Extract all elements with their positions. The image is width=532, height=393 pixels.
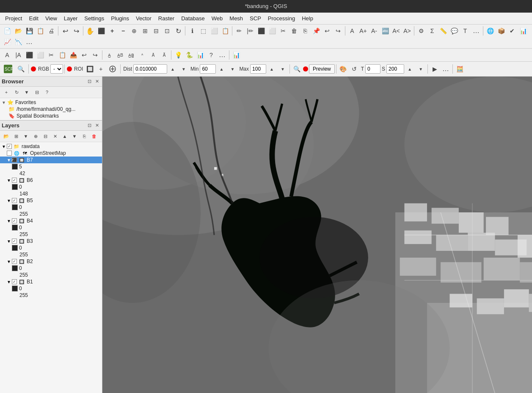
- layer-b1[interactable]: ▼ 🔲 B1: [0, 278, 102, 285]
- zoom-selection-button[interactable]: ⊟: [151, 26, 161, 36]
- zoom-out-button[interactable]: −: [118, 26, 128, 36]
- layers-filter-btn[interactable]: ▼: [22, 132, 30, 140]
- label-btn[interactable]: A: [347, 26, 357, 36]
- menu-database[interactable]: Database: [178, 14, 208, 22]
- preview-button[interactable]: Preview: [309, 64, 335, 74]
- layer-group-rawdata[interactable]: ▼ 📁 rawdata: [0, 143, 102, 150]
- label-tool-2[interactable]: |A: [13, 50, 23, 60]
- pan-map-button[interactable]: ⬛: [96, 26, 106, 36]
- menu-plugins[interactable]: Plugins: [108, 14, 132, 22]
- menu-view[interactable]: View: [42, 14, 61, 22]
- zoom-full-button[interactable]: ⊕: [129, 26, 139, 36]
- scp-btn4[interactable]: 📊: [518, 26, 528, 36]
- menu-vector[interactable]: Vector: [132, 14, 155, 22]
- s-up[interactable]: ▲: [405, 64, 415, 74]
- layers-add-group-btn[interactable]: ⊞: [12, 132, 20, 140]
- layers-duplicate-btn[interactable]: ⎘: [80, 132, 88, 140]
- b6-checkbox[interactable]: [12, 178, 17, 183]
- digitize-btn[interactable]: ⬛: [256, 26, 266, 36]
- digitize-btn2[interactable]: ⬜: [267, 26, 277, 36]
- scp-btn5[interactable]: 📈: [2, 37, 12, 47]
- save-as-button[interactable]: 📋: [35, 26, 45, 36]
- digitize-btn7[interactable]: ↩: [322, 26, 332, 36]
- scp-btn2[interactable]: 📦: [496, 26, 506, 36]
- select-button[interactable]: ⬚: [198, 26, 208, 36]
- undo-button[interactable]: ↩: [60, 26, 70, 36]
- layers-expand-btn[interactable]: ⊕: [31, 132, 40, 140]
- plugin-btn3[interactable]: 📏: [438, 26, 448, 36]
- rgb-dropdown[interactable]: -: [50, 64, 63, 74]
- max-input[interactable]: [250, 64, 266, 74]
- layers-move-down-btn[interactable]: ▼: [70, 132, 79, 140]
- menu-raster[interactable]: Raster: [155, 14, 178, 22]
- label-tool-8[interactable]: ↩: [79, 50, 89, 60]
- browser-item-home[interactable]: 📁 /home/firmanhadi/00_qg...: [0, 106, 102, 113]
- digitize-btn3[interactable]: ✂: [278, 26, 288, 36]
- open-button[interactable]: 📂: [13, 26, 23, 36]
- scp-btn7[interactable]: …: [24, 37, 34, 47]
- label-btn6[interactable]: A>: [402, 26, 412, 36]
- attributes-button[interactable]: 📋: [220, 26, 230, 36]
- digitize-btn4[interactable]: 🗑: [289, 26, 299, 36]
- menu-edit[interactable]: Edit: [25, 14, 41, 22]
- edit-btn[interactable]: ✏: [234, 26, 244, 36]
- menu-mesh[interactable]: Mesh: [226, 14, 246, 22]
- layers-open-layer-btn[interactable]: 📂: [2, 132, 11, 140]
- digitize-btn5[interactable]: ⎘: [300, 26, 310, 36]
- b4-checkbox[interactable]: [12, 218, 17, 223]
- layer-b3[interactable]: ▼ 🔲 B3: [0, 238, 102, 245]
- identify-button[interactable]: ℹ: [187, 26, 197, 36]
- osm-checkbox[interactable]: [7, 151, 12, 156]
- layers-move-up-btn[interactable]: ▲: [61, 132, 69, 140]
- roi-btn2[interactable]: +: [96, 64, 106, 74]
- map-area[interactable]: [102, 77, 532, 393]
- scp-run-btn[interactable]: ▶: [430, 64, 440, 74]
- layer-b6[interactable]: ▼ 🔲 B6: [0, 177, 102, 184]
- label-btn4[interactable]: 🔤: [380, 26, 390, 36]
- layer-openstreetmap[interactable]: 🌐 🗺 OpenStreetMap: [0, 150, 102, 157]
- graph-btn[interactable]: 📊: [195, 50, 205, 60]
- scp-btn6[interactable]: 📉: [13, 37, 23, 47]
- label-tool-6[interactable]: 📋: [57, 50, 67, 60]
- label-tool-3[interactable]: ⬛: [24, 50, 34, 60]
- menu-help[interactable]: Help: [298, 14, 317, 22]
- browser-filter-btn[interactable]: ▼: [22, 88, 31, 96]
- pan-button[interactable]: ✋: [85, 26, 95, 36]
- layers-float-btn[interactable]: ⊡: [86, 122, 93, 129]
- stats-btn[interactable]: 📊: [231, 50, 241, 60]
- layers-close-btn[interactable]: ✕: [94, 122, 100, 129]
- layer-b2[interactable]: ▼ 🔲 B2: [0, 258, 102, 265]
- help-btn[interactable]: ?: [206, 50, 216, 60]
- menu-settings[interactable]: Settings: [81, 14, 108, 22]
- plugin-btn6[interactable]: …: [471, 26, 481, 36]
- browser-item-bookmarks[interactable]: 🔖 Spatial Bookmarks: [0, 113, 102, 119]
- more-btn[interactable]: …: [217, 50, 227, 60]
- b3-checkbox[interactable]: [12, 239, 17, 244]
- b7-checkbox[interactable]: ✓: [12, 157, 17, 162]
- s-input[interactable]: [386, 64, 404, 74]
- refresh-button[interactable]: ↻: [173, 26, 183, 36]
- browser-add-btn[interactable]: +: [2, 88, 11, 96]
- label-btn2[interactable]: A+: [358, 26, 368, 36]
- python-btn[interactable]: 🐍: [184, 50, 194, 60]
- s-down[interactable]: ▼: [416, 64, 426, 74]
- redo-button[interactable]: ↪: [71, 26, 81, 36]
- new-button[interactable]: 📄: [2, 26, 12, 36]
- scp-calc-btn[interactable]: 🧮: [455, 64, 465, 74]
- max-down[interactable]: ▼: [278, 64, 288, 74]
- browser-item-favorites[interactable]: ▼ ⭐ Favorites: [0, 99, 102, 106]
- anno-2[interactable]: A̲B: [115, 50, 125, 60]
- anno-4[interactable]: ᴬ: [137, 50, 147, 60]
- magnifier-btn[interactable]: 🔍: [292, 64, 302, 74]
- rawdata-checkbox[interactable]: [7, 144, 12, 149]
- menu-web[interactable]: Web: [208, 14, 226, 22]
- b5-checkbox[interactable]: [12, 198, 17, 203]
- browser-refresh-btn[interactable]: ↻: [12, 88, 21, 96]
- menu-layer[interactable]: Layer: [61, 14, 81, 22]
- plugin-btn1[interactable]: ⚙: [416, 26, 426, 36]
- min-input[interactable]: [200, 64, 216, 74]
- scp-search-btn[interactable]: 🔍: [15, 63, 27, 75]
- t-input[interactable]: [365, 64, 380, 74]
- browser-close-btn[interactable]: ✕: [94, 78, 100, 85]
- label-tool-5[interactable]: ✂: [46, 50, 56, 60]
